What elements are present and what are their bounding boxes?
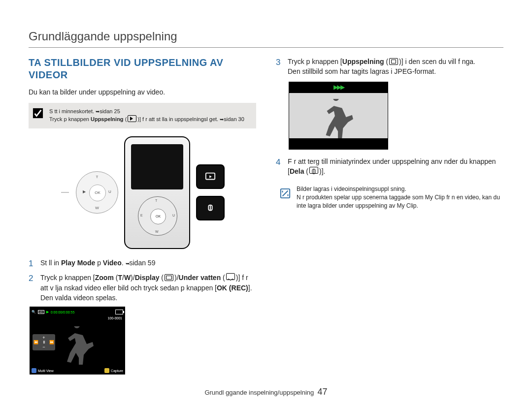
underwater-button-icon	[226, 273, 235, 280]
lcd-preview: 🔍 HD ▶ 0:00:00/0:00:55 100-0001 + ⏪	[30, 307, 125, 375]
graybox-line1: S tt i minneskortet. sidan 25	[49, 108, 250, 115]
lcd-play-icon: ▶	[46, 310, 49, 314]
steps-1-2: 1 St ll in Play Mode p Video. sidan 59 2…	[29, 258, 256, 303]
share-button-icon	[309, 167, 318, 174]
prerequisite-box: S tt i minneskortet. sidan 25 Tryck p kn…	[29, 103, 256, 128]
capture-silhouette	[319, 99, 354, 138]
svg-marker-3	[209, 176, 212, 179]
playback-pill-icon	[196, 164, 225, 189]
dpad-left-icon: ▶	[78, 189, 90, 194]
side-buttons-callout	[196, 164, 225, 220]
fast-forward-icon: ▶▶▶	[333, 84, 344, 91]
dpad-callout: T W ▶ U OK	[76, 171, 118, 214]
dpad-w-label: W	[91, 206, 103, 210]
footer-section: Grundl ggande inspelning/uppspelning	[204, 389, 314, 396]
step-2: 2 Tryck p knappen [Zoom (T/W)/Display ()…	[29, 273, 256, 303]
lcd-capture-label: Capture	[111, 369, 123, 373]
steps-3-4: 3 Tryck p knappen [Uppspelning ()] i den…	[276, 57, 503, 77]
playback-button-icon	[128, 115, 136, 122]
lcd-hd-icon: HD	[38, 310, 44, 314]
note-icon	[280, 188, 291, 199]
lcd-timecode: 0:00:00/0:00:55	[51, 311, 75, 314]
camera-body: T W E U OK	[124, 136, 190, 249]
note-line1: Bilder lagras i videoinspelningsuppl sni…	[297, 185, 503, 193]
lcd-minus: −	[33, 344, 54, 349]
step-number: 3	[276, 57, 283, 77]
lcd-plus: +	[33, 335, 54, 340]
footer-page-number: 47	[318, 387, 328, 397]
graybox-line2: Tryck p knappen Uppspelning ()] f r att …	[49, 115, 250, 123]
playback-capture-icon	[389, 58, 398, 65]
lcd-rewind-icon: ⏪	[33, 340, 38, 344]
lcd-forward-icon: ⏩	[49, 340, 54, 344]
lcd-topbar: 🔍 HD ▶ 0:00:00/0:00:55	[32, 309, 123, 315]
lcd-controls: + ⏪ ⏸ ⏩ −	[33, 334, 55, 350]
dpad-t-label: T	[91, 175, 103, 179]
lcd-multiview-label: Multi View	[38, 369, 54, 373]
left-column: TA STILLBILDER VID UPPSPELNING AV VIDEOR…	[29, 57, 256, 375]
checkmark-icon	[33, 108, 43, 119]
share-pill-icon	[196, 196, 225, 220]
lcd-magnify-icon: 🔍	[32, 310, 36, 314]
capture-preview: ▶▶▶	[289, 82, 388, 150]
step-1: 1 St ll in Play Mode p Video. sidan 59	[29, 258, 256, 270]
intro-text: Du kan ta bilder under uppspelning av vi…	[29, 88, 256, 96]
steps-4: 4 F r att terg till miniatyrindex under …	[276, 156, 503, 177]
step-3: 3 Tryck p knappen [Uppspelning ()] i den…	[276, 57, 503, 77]
content-columns: TA STILLBILDER VID UPPSPELNING AV VIDEOR…	[29, 57, 503, 375]
section-title: TA STILLBILDER VID UPPSPELNING AV VIDEOR	[29, 57, 256, 81]
note-line2: N r produkten spelar upp scenerna taggad…	[297, 193, 503, 210]
dpad-ok-label: OK	[89, 185, 106, 201]
step-number: 1	[29, 258, 35, 270]
callout-line-left	[60, 168, 70, 217]
note-box: Bilder lagras i videoinspelningsuppl sni…	[276, 183, 503, 212]
lcd-bottom: Multi View Capture	[32, 368, 123, 373]
multiview-button-icon	[32, 368, 36, 373]
step-number: 4	[276, 156, 283, 177]
step-4: 4 F r att terg till miniatyrindex under …	[276, 156, 503, 177]
lcd-pause-icon: ⏸	[42, 340, 46, 344]
page-footer: Grundl ggande inspelning/uppspelning 47	[0, 387, 532, 397]
step-number: 2	[29, 273, 35, 303]
page-title: Grundläggande uppspelning	[29, 30, 503, 43]
display-button-icon	[165, 274, 173, 281]
right-column: 3 Tryck p knappen [Uppspelning ()] i den…	[276, 57, 503, 375]
battery-icon	[115, 310, 123, 314]
capture-button-icon	[104, 368, 109, 373]
camera-screen	[131, 144, 183, 189]
title-separator	[29, 47, 503, 48]
camera-dpad: T W E U OK	[138, 196, 177, 236]
device-illustration: T W ▶ U OK T W E U OK	[29, 136, 256, 249]
